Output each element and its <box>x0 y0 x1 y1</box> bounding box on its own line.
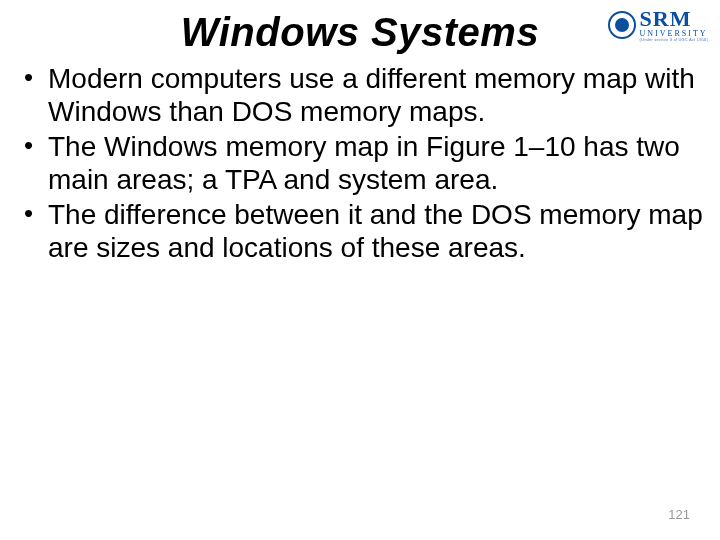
slide: Windows Systems SRM UNIVERSITY (Under se… <box>0 0 720 540</box>
slide-body: Modern computers use a different memory … <box>20 62 716 266</box>
list-item: Modern computers use a different memory … <box>20 62 716 128</box>
brand-main: SRM <box>640 8 708 30</box>
bullet-list: Modern computers use a different memory … <box>20 62 716 264</box>
seal-inner-icon <box>615 18 629 32</box>
list-item: The Windows memory map in Figure 1–10 ha… <box>20 130 716 196</box>
brand-text: SRM UNIVERSITY (Under section 3 of UGC A… <box>640 8 708 42</box>
bullet-text: The Windows memory map in Figure 1–10 ha… <box>48 131 680 195</box>
page-number: 121 <box>668 507 690 522</box>
brand-tagline: (Under section 3 of UGC Act 1956) <box>640 38 708 42</box>
list-item: The difference between it and the DOS me… <box>20 198 716 264</box>
brand-logo: SRM UNIVERSITY (Under section 3 of UGC A… <box>608 8 708 42</box>
bullet-text: Modern computers use a different memory … <box>48 63 695 127</box>
bullet-text: The difference between it and the DOS me… <box>48 199 703 263</box>
seal-icon <box>608 11 636 39</box>
